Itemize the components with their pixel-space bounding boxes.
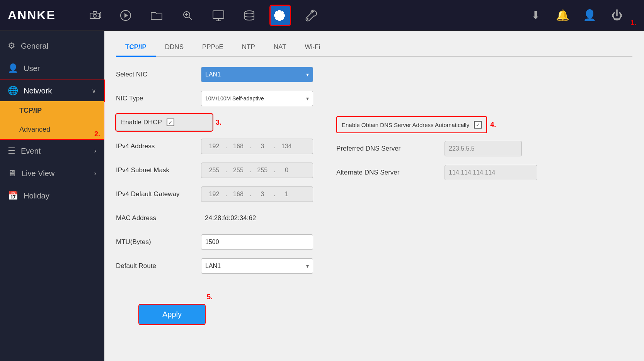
mac-address-value: 24:28:fd:02:34:62 bbox=[205, 214, 256, 222]
enable-dhcp-checkbox[interactable]: ✓ bbox=[167, 119, 174, 126]
download-icon[interactable]: ⬇ bbox=[526, 6, 545, 25]
ip-dot-2: . bbox=[249, 143, 251, 150]
enable-dhcp-checkbox-row[interactable]: Enable DHCP ✓ bbox=[116, 114, 213, 131]
nic-type-label: NIC Type bbox=[116, 95, 201, 102]
preferred-dns-input[interactable]: 223.5.5.5 bbox=[445, 141, 522, 156]
ipv4-address-input[interactable]: . . . bbox=[201, 139, 313, 154]
gateway-seg-c[interactable] bbox=[253, 191, 272, 198]
select-nic-dropdown[interactable]: LAN1 ▾ bbox=[201, 67, 313, 82]
alternate-dns-input[interactable]: 114.114.114.114 bbox=[445, 165, 537, 180]
sidebar-item-holiday[interactable]: 📅 Holiday bbox=[0, 185, 104, 207]
sidebar-item-tcp-ip[interactable]: TCP/IP bbox=[0, 101, 104, 120]
nic-type-arrow-icon: ▾ bbox=[306, 95, 309, 102]
dns-auto-label: Enable Obtain DNS Server Address Automat… bbox=[342, 122, 469, 128]
top-icon-group bbox=[85, 6, 526, 25]
tab-nat[interactable]: NAT bbox=[264, 39, 296, 57]
tab-ddns[interactable]: DDNS bbox=[156, 39, 193, 57]
subnet-seg-c[interactable] bbox=[253, 167, 272, 174]
default-route-arrow-icon: ▾ bbox=[306, 263, 309, 269]
alternate-dns-label: Alternate DNS Server bbox=[336, 169, 445, 176]
annotation-3: 3. bbox=[216, 119, 221, 127]
default-route-label: Default Route bbox=[116, 262, 201, 270]
subnet-seg-a[interactable] bbox=[204, 167, 224, 174]
mac-address-row: MAC Address 24:28:fd:02:34:62 bbox=[116, 210, 313, 227]
enable-dhcp-label: Enable DHCP bbox=[121, 119, 162, 126]
tab-ntp[interactable]: NTP bbox=[233, 39, 264, 57]
gateway-dot-1: . bbox=[225, 191, 227, 198]
topbar: ANNKE bbox=[0, 0, 644, 31]
gateway-seg-b[interactable] bbox=[228, 191, 248, 198]
sidebar-item-event[interactable]: ☰ Event › bbox=[0, 140, 104, 162]
sidebar-item-general[interactable]: ⚙ General bbox=[0, 35, 104, 57]
smart-search-nav-button[interactable] bbox=[178, 6, 197, 25]
svg-point-0 bbox=[93, 14, 96, 17]
sidebar-item-label: Network bbox=[24, 86, 52, 95]
camera-nav-button[interactable] bbox=[85, 6, 104, 25]
sidebar-network-section: 🌐 Network ∨ TCP/IP Advanced 2. bbox=[0, 80, 104, 139]
ipv4-subnet-input[interactable]: . . . bbox=[201, 163, 313, 178]
default-route-row: Default Route LAN1 ▾ bbox=[116, 258, 313, 275]
ipv4-seg-d[interactable] bbox=[277, 143, 296, 150]
main-layout: ⚙ General 👤 User 🌐 Network ∨ TCP/IP Adva… bbox=[0, 31, 644, 361]
form-layout: Select NIC LAN1 ▾ NIC Type 10M/100M Self… bbox=[116, 66, 632, 281]
preferred-dns-row: Preferred DNS Server 223.5.5.5 bbox=[336, 140, 632, 157]
gateway-dot-3: . bbox=[274, 191, 275, 198]
nic-type-value: 10M/100M Self-adaptive bbox=[205, 95, 264, 102]
event-icon: ☰ bbox=[8, 146, 15, 156]
ipv4-gateway-input[interactable]: . . . bbox=[201, 186, 313, 202]
ipv4-gateway-row: IPv4 Default Gateway . . . bbox=[116, 186, 313, 203]
ipv4-seg-c[interactable] bbox=[253, 143, 272, 150]
tab-wifi[interactable]: Wi-Fi bbox=[296, 39, 330, 57]
ipv4-seg-b[interactable] bbox=[228, 143, 248, 150]
power-icon[interactable]: ⏻ bbox=[607, 6, 627, 25]
nic-type-dropdown[interactable]: 10M/100M Self-adaptive ▾ bbox=[201, 91, 313, 106]
playback-nav-button[interactable] bbox=[116, 6, 135, 25]
gateway-seg-a[interactable] bbox=[204, 191, 224, 198]
sidebar-item-user[interactable]: 👤 User bbox=[0, 57, 104, 80]
dns-auto-row[interactable]: Enable Obtain DNS Server Address Automat… bbox=[336, 116, 487, 133]
network-chevron-icon: ∨ bbox=[92, 87, 96, 95]
apply-button[interactable]: Apply bbox=[139, 305, 205, 324]
svg-point-10 bbox=[245, 11, 254, 14]
annotation-5: 5. bbox=[207, 293, 213, 301]
sidebar-item-advanced[interactable]: Advanced 2. bbox=[0, 120, 104, 139]
monitor-nav-button[interactable] bbox=[209, 6, 228, 25]
tab-pppoe[interactable]: PPPoE bbox=[193, 39, 233, 57]
dns-auto-checkbox[interactable]: ✓ bbox=[474, 121, 482, 129]
general-icon: ⚙ bbox=[8, 41, 15, 51]
subnet-seg-b[interactable] bbox=[228, 167, 248, 174]
folder-nav-button[interactable] bbox=[147, 6, 166, 25]
form-left-column: Select NIC LAN1 ▾ NIC Type 10M/100M Self… bbox=[116, 66, 313, 281]
ip-dot-1: . bbox=[225, 143, 227, 150]
gateway-seg-d[interactable] bbox=[277, 191, 296, 198]
form-right-column: Enable Obtain DNS Server Address Automat… bbox=[336, 66, 632, 281]
sidebar-item-network[interactable]: 🌐 Network ∨ bbox=[0, 80, 104, 101]
svg-point-11 bbox=[307, 18, 308, 20]
settings-nav-button[interactable] bbox=[271, 6, 290, 25]
sidebar-item-live-view[interactable]: 🖥 Live View › bbox=[0, 162, 104, 185]
ipv4-gateway-label: IPv4 Default Gateway bbox=[116, 190, 201, 198]
apply-section: 5. Apply bbox=[116, 305, 632, 324]
enable-dhcp-row: Enable DHCP ✓ 3. bbox=[116, 114, 313, 131]
mac-address-label: MAC Address bbox=[116, 214, 201, 222]
user-sidebar-icon: 👤 bbox=[8, 63, 18, 73]
database-nav-button[interactable] bbox=[240, 6, 259, 25]
user-icon[interactable]: 👤 bbox=[580, 6, 600, 25]
sidebar-item-label: Live View bbox=[22, 169, 55, 178]
sidebar: ⚙ General 👤 User 🌐 Network ∨ TCP/IP Adva… bbox=[0, 31, 104, 361]
select-nic-value: LAN1 bbox=[205, 71, 221, 78]
subnet-seg-d[interactable] bbox=[277, 167, 296, 174]
svg-line-4 bbox=[189, 17, 192, 20]
notification-icon[interactable]: 🔔 bbox=[553, 6, 572, 25]
default-route-dropdown[interactable]: LAN1 ▾ bbox=[201, 258, 313, 274]
gateway-dot-2: . bbox=[249, 191, 251, 198]
tab-tcp-ip[interactable]: TCP/IP bbox=[116, 39, 156, 57]
ipv4-seg-a[interactable] bbox=[204, 143, 224, 150]
mtu-input[interactable] bbox=[201, 234, 313, 250]
nic-type-row: NIC Type 10M/100M Self-adaptive ▾ bbox=[116, 90, 313, 107]
ipv4-subnet-label: IPv4 Subnet Mask bbox=[116, 166, 201, 174]
event-chevron-icon: › bbox=[94, 147, 96, 154]
content-area: TCP/IP DDNS PPPoE NTP NAT Wi-Fi Select N… bbox=[104, 31, 644, 361]
maintenance-nav-button[interactable] bbox=[302, 6, 321, 25]
sidebar-item-label: Holiday bbox=[24, 192, 49, 200]
